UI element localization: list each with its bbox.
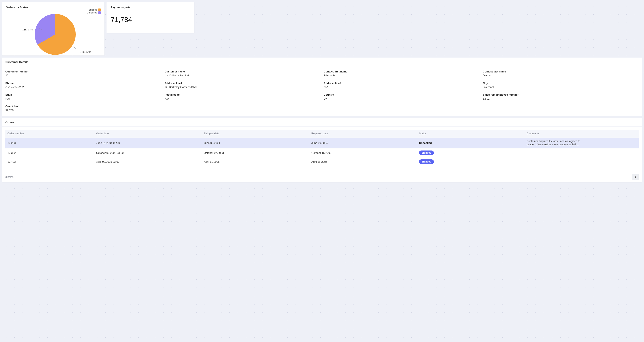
orders-header-row: Order numberOrder dateShipped dateRequir… [6, 130, 638, 138]
table-cell: 10,302 [6, 148, 94, 157]
table-row[interactable]: 10,302October 06,2003 03:00October 07,20… [6, 148, 638, 157]
download-button[interactable] [632, 174, 638, 180]
orders-item-count: 3 items [6, 176, 14, 178]
detail-item: Address line112, Berkeley Gardens Blvd [164, 82, 320, 89]
detail-label: Customer number [6, 70, 161, 73]
table-cell: June 02,2004 [202, 138, 310, 148]
detail-item: Postal codeN/A [164, 93, 320, 100]
detail-label: State [6, 93, 161, 96]
panel-header: Orders [2, 118, 642, 127]
pie-label-leader [76, 52, 80, 52]
legend-swatch-shipped [98, 9, 101, 11]
customer-details-grid: Customer number201Customer nameUK Collec… [2, 66, 642, 116]
payments-total-card: Payments, total 71,784 [106, 2, 194, 33]
pie-graphic [35, 14, 76, 55]
detail-label: Postal code [164, 93, 320, 96]
orders-table: Order numberOrder dateShipped dateRequir… [6, 130, 638, 166]
panel-title: Customer Details [6, 61, 638, 64]
customer-details-panel: Customer Details Customer number201Custo… [2, 58, 642, 116]
comments-cell: Customer disputed the order and we agree… [525, 138, 638, 148]
table-cell: 10,403 [6, 157, 94, 166]
detail-value: (171) 555-2282 [6, 86, 161, 89]
table-cell: October 07,2003 [202, 148, 310, 157]
status-badge: Shipped [419, 151, 434, 155]
detail-value: UK [324, 97, 480, 100]
status-cell: Shipped [417, 148, 525, 157]
detail-value: N/A [164, 97, 320, 100]
detail-value: UK Collectables, Ltd. [164, 74, 320, 77]
detail-value: 12, Berkeley Gardens Blvd [164, 86, 320, 89]
column-header[interactable]: Order number [6, 130, 94, 138]
legend-row-cancelled[interactable]: Cancelled [87, 12, 101, 14]
detail-label: Address line2 [324, 82, 480, 85]
pie-legend: Shipped Cancelled [87, 9, 101, 14]
pie-label-leader [73, 46, 76, 49]
status-cell: Shipped [417, 157, 525, 166]
detail-value: Elizabeth [324, 74, 480, 77]
detail-value: 1,501 [483, 97, 639, 100]
table-cell: October 16,2003 [310, 148, 417, 157]
status-badge: Shipped [419, 159, 434, 164]
legend-label: Shipped [89, 9, 97, 11]
table-row[interactable]: 10,403April 08,2005 03:00April 11,2005Ap… [6, 157, 638, 166]
detail-item: Credit limit92,700 [6, 105, 161, 112]
table-cell: April 11,2005 [202, 157, 310, 166]
detail-item: StateN/A [6, 93, 161, 100]
detail-label: City [483, 82, 639, 85]
table-row[interactable]: 10,253June 01,2004 03:00June 02,2004June… [6, 138, 638, 148]
table-cell: June 09,2004 [310, 138, 417, 148]
detail-value: N/A [324, 86, 480, 89]
table-cell: June 01,2004 03:00 [94, 138, 202, 148]
detail-label: Contact last name [483, 70, 639, 73]
detail-value: N/A [6, 97, 161, 100]
table-cell: April 08,2005 03:00 [94, 157, 202, 166]
panel-header: Customer Details [2, 58, 642, 66]
detail-label: Phone [6, 82, 161, 85]
detail-value: 92,700 [6, 109, 161, 112]
detail-item: Address line2N/A [324, 82, 480, 89]
kpi-title: Payments, total [111, 6, 190, 9]
detail-value: Liverpool [483, 86, 639, 89]
legend-row-shipped[interactable]: Shipped [87, 9, 101, 11]
dashboard-root: Orders by Status Shipped Cancelled 1 ( [2, 2, 642, 182]
detail-item: CityLiverpool [483, 82, 639, 89]
column-header[interactable]: Order date [94, 130, 202, 138]
top-row: Orders by Status Shipped Cancelled 1 ( [2, 2, 642, 56]
detail-item: Contact last nameDevon [483, 70, 639, 77]
comments-cell [525, 148, 638, 157]
orders-panel: Orders Order numberOrder dateShipped dat… [2, 118, 642, 182]
pie-label-shipped: 2 (66.67%) [80, 51, 91, 53]
pie-label-leader [34, 30, 39, 30]
pie-card-title: Orders by Status [6, 6, 101, 9]
column-header[interactable]: Shipped date [202, 130, 310, 138]
detail-value: 201 [6, 74, 161, 77]
detail-value: Devon [483, 74, 639, 77]
legend-swatch-cancelled [98, 12, 101, 14]
column-header[interactable]: Required date [310, 130, 417, 138]
detail-item: Customer nameUK Collectables, Ltd. [164, 70, 320, 77]
detail-label: Customer name [164, 70, 320, 73]
detail-label: Address line1 [164, 82, 320, 85]
kpi-value: 71,784 [111, 16, 190, 24]
table-cell: April 18,2005 [310, 157, 417, 166]
detail-item: Phone(171) 555-2282 [6, 82, 161, 89]
detail-item: CountryUK [324, 93, 480, 100]
pie-label-cancelled: 1 (33.33%) [22, 28, 34, 31]
status-text: Cancelled [419, 141, 432, 145]
detail-label: Credit limit [6, 105, 161, 108]
column-header[interactable]: Comments [525, 130, 638, 138]
detail-label: Contact first name [324, 70, 480, 73]
download-icon [634, 175, 637, 179]
orders-by-status-card: Orders by Status Shipped Cancelled 1 ( [2, 2, 104, 56]
table-cell: 10,253 [6, 138, 94, 148]
detail-item: Customer number201 [6, 70, 161, 77]
detail-item: Contact first nameElizabeth [324, 70, 480, 77]
panel-title: Orders [6, 121, 638, 124]
detail-label: Sales rep employee number [483, 93, 639, 96]
pie-chart[interactable]: 1 (33.33%) 2 (66.67%) [35, 14, 76, 55]
detail-label: Country [324, 93, 480, 96]
legend-label: Cancelled [87, 12, 97, 14]
column-header[interactable]: Status [417, 130, 525, 138]
table-cell: October 06,2003 03:00 [94, 148, 202, 157]
comments-cell [525, 157, 638, 166]
